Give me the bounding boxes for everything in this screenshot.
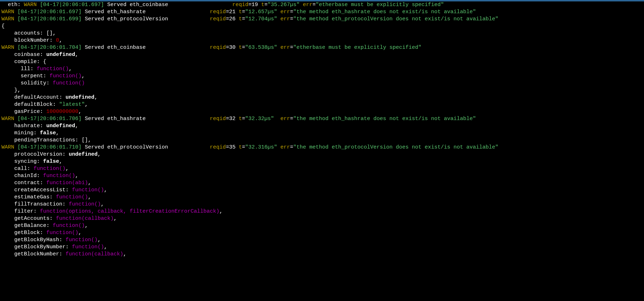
prop-key: chainId: — [14, 173, 43, 179]
log-line: WARN [04-17|20:06:01.710] Served eth_pro… — [1, 144, 643, 151]
object-property: getAccounts: function(callback), — [1, 215, 643, 222]
terminal-output[interactable]: eth: WARN [04-17|20:06:01.697] Served et… — [0, 1, 644, 258]
object-property: estimateGas: function(), — [1, 194, 643, 201]
prop-key: serpent: — [21, 73, 50, 79]
log-err-key: err — [277, 144, 290, 150]
prop-value: 0 — [56, 37, 59, 43]
prop-value: function() — [37, 66, 69, 72]
prop-key: solidity: — [21, 80, 53, 86]
prop-value: function() — [53, 223, 85, 229]
prop-value: function(callback) — [66, 251, 123, 257]
object-property: getBlockByNumber: function(), — [1, 244, 643, 251]
log-t-key: t — [239, 16, 242, 22]
prop-key: accounts: — [14, 30, 46, 36]
log-err-val: "the method eth_protocolVersion does not… — [293, 16, 498, 22]
prop-key: lll: — [21, 66, 37, 72]
log-reqid-val: =32 — [226, 116, 239, 122]
log-timestamp: [04-17|20:06:01.706] — [17, 116, 82, 122]
prop-suffix: , — [66, 166, 69, 172]
object-property: coinbase: undefined, — [1, 51, 643, 58]
log-message: Served eth_coinbase — [82, 45, 210, 51]
log-line: WARN [04-17|20:06:01.697] Served eth_has… — [1, 9, 643, 16]
log-reqid-key: reqid — [210, 144, 226, 150]
prop-value: function() — [50, 73, 82, 79]
log-err-key: err — [277, 45, 290, 51]
log-t-key: t — [239, 116, 242, 122]
prop-suffix: , — [98, 151, 101, 157]
log-level: WARN — [1, 116, 17, 122]
object-property: call: function(), — [1, 165, 643, 172]
prop-suffix: , — [56, 130, 59, 136]
prop-key: getBlockByNumber: — [14, 244, 72, 250]
log-reqid-val: =21 — [226, 9, 239, 15]
prop-value: function() — [66, 237, 98, 243]
prop-suffix: , — [88, 180, 91, 186]
prop-key: call: — [14, 166, 33, 172]
log-timestamp: [04-17|20:06:01.704] — [17, 45, 82, 51]
log-err-val: "the method eth_hashrate does not exist/… — [293, 9, 476, 15]
prop-value: "latest" — [59, 102, 85, 108]
prop-suffix: , — [104, 187, 107, 193]
prop-value: function(callback) — [56, 216, 114, 222]
prop-key: getBlockNumber: — [14, 251, 66, 257]
log-message: Served eth_protocolVersion — [82, 144, 210, 150]
brace-open: { — [1, 23, 643, 30]
log-reqid-val: =30 — [226, 45, 239, 51]
prop-key: defaultBlock: — [14, 102, 59, 108]
log-eq: = — [264, 2, 268, 8]
log-err-val: "the method eth_hashrate does not exist/… — [293, 116, 476, 122]
prop-suffix: , — [101, 201, 104, 207]
prop-value: function() — [33, 166, 66, 172]
log-reqid-key: reqid — [210, 116, 226, 122]
prop-value: function() — [69, 201, 101, 207]
log-t-key: t — [261, 2, 264, 8]
log-reqid-val: =26 — [226, 16, 239, 22]
prop-key: defaultAccount: — [14, 94, 66, 100]
prop-value: function(options, callback, filterCreati… — [40, 208, 219, 214]
log-t-key: t — [239, 9, 242, 15]
object-property: blockNumber: 0, — [1, 37, 643, 44]
log-line: WARN [04-17|20:06:01.706] Served eth_has… — [1, 115, 643, 123]
prop-value: false — [43, 159, 59, 165]
log-reqid-key: reqid — [210, 45, 226, 51]
prop-key: syncing: — [14, 159, 43, 165]
log-message: Served eth_hashrate — [82, 116, 210, 122]
prop-value: function() — [72, 187, 104, 193]
prop-key: hashrate: — [14, 123, 46, 129]
prop-suffix: , — [85, 223, 88, 229]
prop-value: 1000000000 — [46, 109, 78, 115]
prop-value: [], — [46, 30, 56, 36]
prop-key: compile: { — [14, 59, 46, 65]
object-property: mining: false, — [1, 130, 643, 137]
prop-value: function() — [72, 244, 104, 250]
prop-key: estimateGas: — [14, 194, 56, 200]
object-property: chainId: function(), — [1, 172, 643, 180]
log-level: WARN — [1, 45, 17, 51]
log-t-val: "32.32µs" — [245, 116, 277, 122]
log-eq: = — [290, 116, 293, 122]
log-reqid-key: reqid — [210, 9, 226, 15]
object-property: contract: function(abi), — [1, 180, 643, 187]
prop-key: getAccounts: — [14, 216, 56, 222]
prop-key: blockNumber: — [14, 37, 56, 43]
prop-key: getBalance: — [14, 223, 53, 229]
object-property: filter: function(options, callback, filt… — [1, 208, 643, 215]
prop-suffix: , — [94, 94, 98, 100]
prop-suffix: , — [123, 251, 126, 257]
prop-suffix: , — [114, 216, 117, 222]
prop-suffix: , — [219, 208, 223, 214]
prop-value: function() — [53, 80, 85, 86]
prop-suffix: , — [98, 237, 101, 243]
log-reqid-key: reqid — [210, 16, 226, 22]
prop-value: function() — [43, 173, 75, 179]
object-property: getBlockByHash: function(), — [1, 237, 643, 244]
log-level: WARN — [1, 9, 17, 15]
object-property: getBlockNumber: function(callback), — [1, 251, 643, 258]
log-t-key: t — [239, 45, 242, 51]
log-line: WARN [04-17|20:06:01.699] Served eth_pro… — [1, 16, 643, 23]
log-level: WARN — [1, 16, 17, 22]
log-eq: = — [312, 2, 316, 8]
object-property: gasPrice: 1000000000, — [1, 108, 643, 115]
brace-close: }, — [1, 87, 643, 94]
prop-value: function() — [56, 194, 88, 200]
